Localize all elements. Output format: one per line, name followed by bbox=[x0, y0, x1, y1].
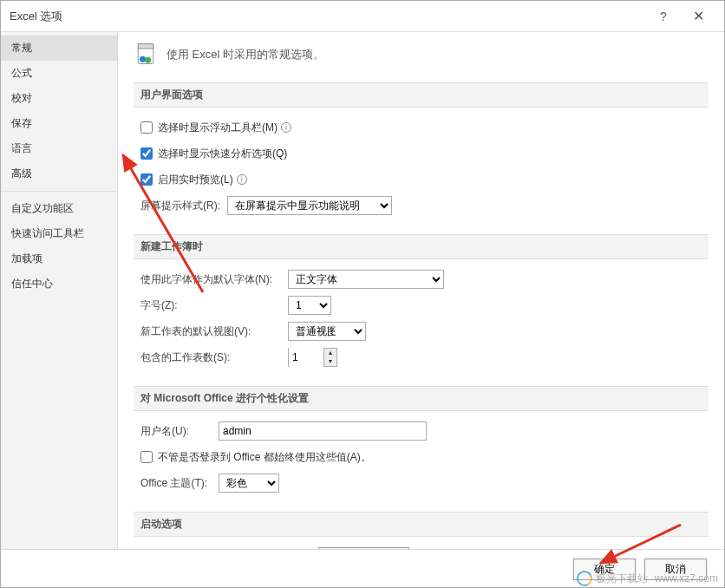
label-quick-analysis: 选择时显示快速分析选项(Q) bbox=[158, 147, 287, 161]
sidebar-divider bbox=[1, 191, 117, 192]
label-screentip-style: 屏幕提示样式(R): bbox=[140, 199, 227, 213]
input-username[interactable] bbox=[219, 421, 427, 441]
section-ui-header: 用户界面选项 bbox=[134, 82, 709, 108]
section-new-header: 新建工作簿时 bbox=[134, 234, 709, 259]
label-default-view: 新工作表的默认视图(V): bbox=[140, 324, 288, 339]
cancel-button[interactable]: 取消 bbox=[644, 559, 707, 580]
sidebar-item-2[interactable]: 校对 bbox=[1, 86, 117, 111]
section-start-header: 启动选项 bbox=[134, 512, 709, 537]
spin-down-icon[interactable]: ▼ bbox=[324, 357, 336, 366]
svg-point-4 bbox=[145, 57, 151, 63]
sidebar-item-3[interactable]: 保存 bbox=[1, 111, 117, 136]
sidebar-item-0[interactable]: 常规 bbox=[1, 36, 117, 61]
checkbox-mini-toolbar[interactable] bbox=[140, 121, 153, 134]
select-screentip-style[interactable]: 在屏幕提示中显示功能说明 bbox=[227, 196, 392, 215]
label-default-font: 使用此字体作为默认字体(N): bbox=[140, 272, 288, 287]
label-username: 用户名(U): bbox=[140, 424, 219, 439]
label-mini-toolbar: 选择时显示浮动工具栏(M) bbox=[158, 121, 278, 135]
sidebar-item-5[interactable]: 高级 bbox=[1, 161, 117, 186]
checkbox-quick-analysis[interactable] bbox=[140, 147, 153, 160]
page-title: 使用 Excel 时采用的常规选项。 bbox=[167, 47, 324, 62]
info-icon[interactable]: i bbox=[281, 122, 291, 133]
help-button[interactable]: ? bbox=[646, 1, 681, 32]
general-options-icon bbox=[134, 42, 158, 67]
label-font-size: 字号(Z): bbox=[140, 298, 288, 313]
sidebar-item-4[interactable]: 语言 bbox=[1, 136, 117, 161]
label-always-use: 不管是否登录到 Office 都始终使用这些值(A)。 bbox=[158, 450, 371, 465]
sidebar-item-7[interactable]: 快速访问工具栏 bbox=[1, 221, 117, 246]
window-title: Excel 选项 bbox=[10, 9, 646, 24]
label-office-theme: Office 主题(T): bbox=[140, 476, 219, 491]
checkbox-always-use[interactable] bbox=[140, 451, 153, 463]
select-font-size[interactable]: 11 bbox=[288, 296, 331, 315]
svg-point-3 bbox=[140, 56, 146, 62]
info-icon[interactable]: i bbox=[237, 174, 247, 185]
close-button[interactable]: ✕ bbox=[681, 1, 715, 32]
sidebar-item-1[interactable]: 公式 bbox=[1, 61, 117, 86]
sidebar-item-6[interactable]: 自定义功能区 bbox=[1, 196, 117, 221]
select-default-font[interactable]: 正文字体 bbox=[288, 270, 444, 289]
section-personal-header: 对 Microsoft Office 进行个性化设置 bbox=[134, 386, 709, 411]
input-sheet-count[interactable] bbox=[289, 348, 323, 367]
spinner-sheet-count[interactable]: ▲▼ bbox=[288, 348, 337, 367]
select-default-view[interactable]: 普通视图 bbox=[288, 322, 366, 341]
sidebar: 常规公式校对保存语言高级自定义功能区快速访问工具栏加载项信任中心 bbox=[1, 32, 118, 549]
spin-up-icon[interactable]: ▲ bbox=[324, 349, 336, 357]
label-sheet-count: 包含的工作表数(S): bbox=[140, 350, 288, 365]
svg-rect-2 bbox=[138, 44, 153, 49]
sidebar-item-9[interactable]: 信任中心 bbox=[1, 271, 117, 297]
checkbox-live-preview[interactable] bbox=[140, 173, 153, 186]
ok-button[interactable]: 确定 bbox=[573, 559, 636, 580]
select-office-theme[interactable]: 彩色 bbox=[219, 474, 279, 493]
label-live-preview: 启用实时预览(L) bbox=[158, 173, 233, 187]
sidebar-item-8[interactable]: 加载项 bbox=[1, 246, 117, 271]
content-pane: 使用 Excel 时采用的常规选项。 用户界面选项 选择时显示浮动工具栏(M) … bbox=[118, 32, 724, 549]
